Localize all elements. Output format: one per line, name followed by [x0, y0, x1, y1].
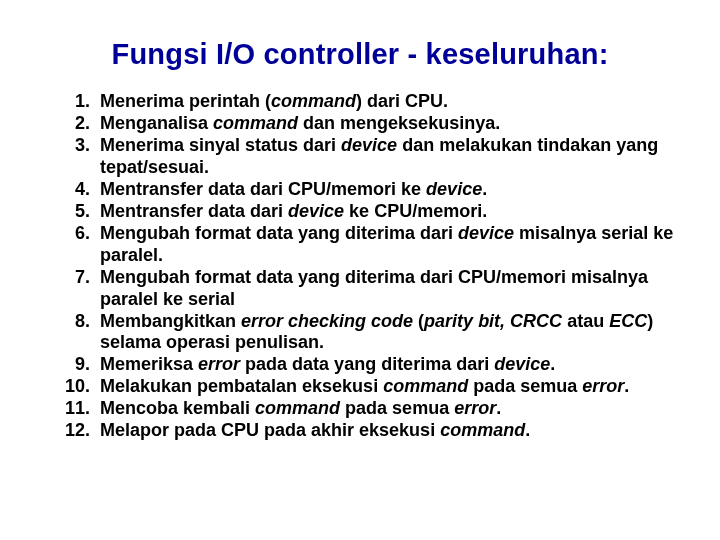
list-item: Memeriksa error pada data yang diterima … — [96, 354, 676, 376]
function-list: Menerima perintah (command) dari CPU.Men… — [44, 91, 676, 442]
list-item: Menerima perintah (command) dari CPU. — [96, 91, 676, 113]
slide-title: Fungsi I/O controller - keseluruhan: — [44, 38, 676, 71]
list-item: Mengubah format data yang diterima dari … — [96, 223, 676, 267]
list-item: Mentransfer data dari CPU/memori ke devi… — [96, 179, 676, 201]
list-item: Melapor pada CPU pada akhir eksekusi com… — [96, 420, 676, 442]
list-item: Mencoba kembali command pada semua error… — [96, 398, 676, 420]
list-item: Mentransfer data dari device ke CPU/memo… — [96, 201, 676, 223]
list-item: Melakukan pembatalan eksekusi command pa… — [96, 376, 676, 398]
slide: Fungsi I/O controller - keseluruhan: Men… — [0, 0, 720, 540]
list-item: Menganalisa command dan mengeksekusinya. — [96, 113, 676, 135]
list-item: Mengubah format data yang diterima dari … — [96, 267, 676, 311]
list-item: Membangkitkan error checking code (parit… — [96, 311, 676, 355]
list-item: Menerima sinyal status dari device dan m… — [96, 135, 676, 179]
